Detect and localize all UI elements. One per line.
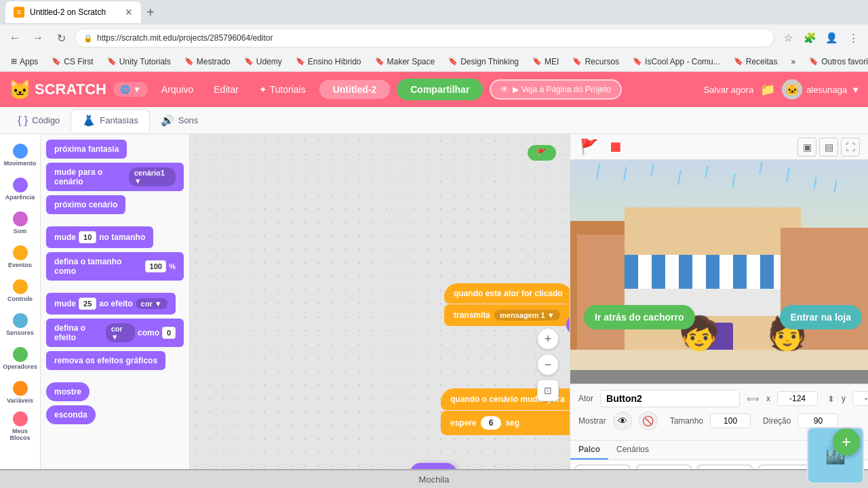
- new-tab-button[interactable]: +: [146, 5, 155, 19]
- category-movimento[interactable]: Movimento: [5, 140, 36, 171]
- refresh-button[interactable]: ↻: [52, 28, 71, 47]
- block-remova-efeitos[interactable]: remova os efeitos gráficos: [46, 351, 165, 370]
- actor-name-input[interactable]: [600, 390, 740, 407]
- project-title-button[interactable]: Untitled-2: [319, 80, 391, 99]
- bookmark-udemy[interactable]: 🔖 Udemy: [239, 56, 288, 68]
- tab-costumes[interactable]: 👗 Fantasias: [71, 109, 149, 131]
- block-defina-efeito[interactable]: defina o efeito cor ▼ como 0: [46, 319, 184, 347]
- block-mostre-list[interactable]: mostre: [46, 382, 90, 401]
- bookmark-receitas[interactable]: 🔖 Receitas: [728, 56, 783, 68]
- browser-tab[interactable]: S Untitled-2 on Scratch ✕: [5, 1, 141, 23]
- block-defina-tamanho[interactable]: defina o tamanho como 100 %: [46, 252, 184, 281]
- go-after-dog-btn[interactable]: Ir atrás do cachorro: [584, 305, 695, 329]
- zoom-in-btn[interactable]: +: [537, 328, 559, 350]
- user-menu[interactable]: 🐱 alesunaga ▼: [782, 79, 860, 100]
- stage-normal-btn[interactable]: ▤: [819, 138, 838, 157]
- y-value[interactable]: -126: [852, 391, 868, 406]
- espere-value[interactable]: 6: [481, 416, 502, 430]
- category-som[interactable]: Som: [5, 207, 36, 239]
- efeito-input[interactable]: 25: [79, 298, 96, 310]
- cenario-select[interactable]: cenário1 ▼: [129, 167, 176, 186]
- cenarios-tab[interactable]: Cenários: [608, 441, 657, 460]
- x-value[interactable]: -124: [777, 391, 818, 406]
- bookmark-ensino[interactable]: 🔖 Ensino Híbrido: [290, 56, 367, 68]
- efeito-select[interactable]: cor ▼: [136, 298, 167, 309]
- code-canvas[interactable]: 🚩 quando este ator for clicado transmita…: [190, 134, 570, 469]
- sprite-avery[interactable]: 👧 Avery: [635, 464, 692, 469]
- dragging-mostre-block[interactable]: mostre: [410, 463, 456, 469]
- save-folder-icon[interactable]: 📁: [760, 82, 775, 97]
- scratch-logo[interactable]: 🐱 SCRATCH: [8, 79, 106, 101]
- block-esconda-list[interactable]: esconda: [46, 405, 96, 424]
- block-mude-cenario[interactable]: mude para o cenário cenário1 ▼: [46, 163, 184, 191]
- bookmark-mei[interactable]: 🔖 MEI: [527, 56, 564, 68]
- mochila-bar[interactable]: Mochila: [0, 469, 868, 488]
- canvas-esconda[interactable]: esconda: [566, 314, 570, 335]
- hide-eye-btn[interactable]: 🚫: [639, 411, 658, 430]
- defina-efeito-input[interactable]: 0: [162, 327, 176, 339]
- bookmark-more[interactable]: »: [785, 56, 801, 68]
- back-button[interactable]: ←: [5, 28, 24, 47]
- tab-code[interactable]: { } Código: [7, 110, 71, 131]
- zoom-fit-btn[interactable]: ⊡: [537, 380, 559, 401]
- tamanho-input[interactable]: 10: [79, 231, 96, 243]
- cenarios-scene[interactable]: 🏙️: [807, 460, 864, 469]
- defina-efeito-select[interactable]: cor ▼: [106, 323, 135, 342]
- language-button[interactable]: 🌐 ▼: [113, 82, 148, 97]
- canvas-quando-ator-clicado[interactable]: quando este ator for clicado: [444, 283, 570, 304]
- bookmark-unity[interactable]: 🔖 Unity Tutorials: [102, 56, 176, 68]
- tamanho-value[interactable]: 100: [710, 413, 751, 428]
- tab-close-btn[interactable]: ✕: [125, 7, 133, 18]
- see-project-button[interactable]: 👁 ▶ Veja a Página do Projeto: [490, 79, 621, 100]
- show-eye-btn[interactable]: 👁: [613, 411, 632, 430]
- editar-menu[interactable]: Editar: [207, 80, 245, 99]
- bookmark-cs-first[interactable]: 🔖 CS First: [46, 56, 98, 68]
- block-mude-efeito[interactable]: mude 25 ao efeito cor ▼: [46, 293, 176, 314]
- palco-tab[interactable]: Palco: [570, 441, 608, 460]
- block-proximo-cenario[interactable]: próximo cenário: [46, 195, 125, 214]
- block-proxima-fantasia[interactable]: próxima fantasia: [46, 140, 127, 159]
- sprite-dog2[interactable]: 🐕 Dog2: [757, 464, 814, 469]
- canvas-transmita[interactable]: transmita mensagem 1 ▼: [444, 304, 570, 326]
- forward-button[interactable]: →: [28, 28, 47, 47]
- sprite-abby[interactable]: 🧒 Abby: [574, 464, 631, 469]
- defina-tamanho-input[interactable]: 100: [145, 260, 167, 272]
- category-sensores[interactable]: Sensores: [5, 309, 36, 340]
- stop-btn[interactable]: ⏹: [606, 137, 626, 157]
- tab-sounds[interactable]: 🔊 Sons: [150, 110, 210, 131]
- category-meus-blocos[interactable]: Meus Blocos: [5, 411, 36, 442]
- bookmark-star-btn[interactable]: ☆: [778, 28, 797, 47]
- extensions-btn[interactable]: 🧩: [800, 28, 819, 47]
- canvas-quando-flag[interactable]: quando 🚩 for clicado: [566, 290, 570, 314]
- category-operadores[interactable]: Operadores: [5, 343, 36, 374]
- bookmark-iscool[interactable]: 🔖 IsCool App - Comu...: [627, 56, 726, 68]
- bookmark-mestrado[interactable]: 🔖 Mestrado: [179, 56, 236, 68]
- category-controle[interactable]: Controle: [5, 275, 36, 306]
- share-button[interactable]: Compartilhar: [397, 79, 483, 100]
- mensagem-select[interactable]: mensagem 1 ▼: [494, 310, 560, 321]
- canvas-espere[interactable]: espere 6 seg: [441, 411, 570, 435]
- menu-dots-btn[interactable]: ⋮: [844, 28, 863, 47]
- direcao-value[interactable]: 90: [797, 413, 838, 428]
- save-now-btn[interactable]: Salvar agora: [703, 85, 753, 95]
- enter-shop-btn[interactable]: Entrar na loja: [780, 305, 862, 329]
- stage-fullscreen-btn[interactable]: ⛶: [841, 138, 860, 157]
- bookmark-design[interactable]: 🔖 Design Thinking: [443, 56, 524, 68]
- green-flag-btn[interactable]: 🚩: [578, 137, 599, 157]
- arquivo-menu[interactable]: Arquivo: [155, 80, 200, 99]
- tutoriais-btn[interactable]: ✦ Tutoriais: [252, 80, 313, 99]
- urban-select[interactable]: Urban ▼: [569, 394, 570, 405]
- bookmark-outros[interactable]: 🔖 Outros favoritos: [804, 56, 868, 68]
- bookmark-recursos[interactable]: 🔖 Recursos: [567, 56, 625, 68]
- bookmark-maker[interactable]: 🔖 Maker Space: [370, 56, 441, 68]
- category-variaveis[interactable]: Variáveis: [5, 377, 36, 408]
- category-eventos[interactable]: Eventos: [5, 241, 36, 272]
- zoom-out-btn[interactable]: −: [537, 354, 559, 375]
- bookmark-apps[interactable]: ⊞ Apps: [5, 56, 43, 68]
- profile-btn[interactable]: 👤: [822, 28, 841, 47]
- category-aparencia[interactable]: Aparência: [5, 174, 36, 205]
- address-bar[interactable]: 🔒 https://scratch.mit.edu/projects/28579…: [75, 28, 774, 47]
- sprite-ator1[interactable]: 🌿 Ator1: [696, 464, 753, 469]
- block-mude-tamanho[interactable]: mude 10 no tamanho: [46, 226, 153, 248]
- stage-small-btn[interactable]: ▣: [797, 138, 816, 157]
